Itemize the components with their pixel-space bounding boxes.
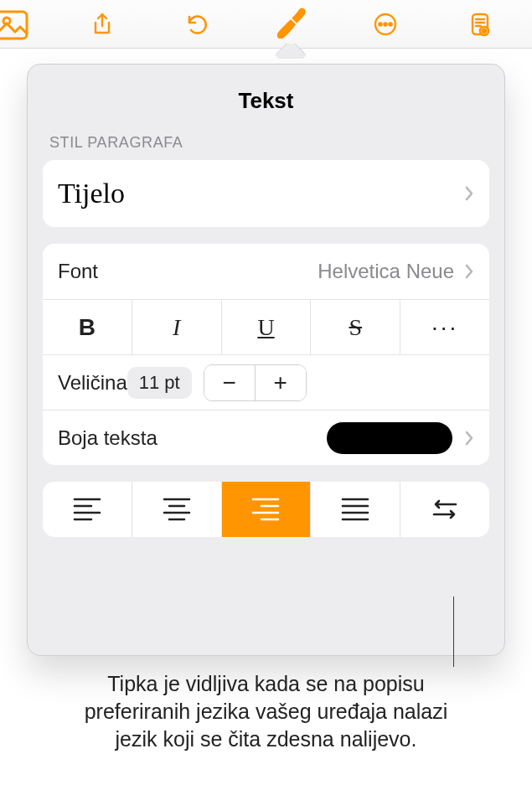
size-row: Veličina 11 pt − + [43, 354, 489, 410]
format-brush-icon[interactable] [272, 6, 309, 43]
font-card: Font Helvetica Neue B I U S ··· Veličina… [43, 244, 489, 465]
font-label: Font [58, 260, 98, 283]
paragraph-style-row[interactable]: Tijelo [43, 160, 489, 227]
align-center-button[interactable] [132, 482, 222, 537]
more-styles-button[interactable]: ··· [400, 300, 489, 354]
style-button-row: B I U S ··· [43, 299, 489, 354]
text-direction-button[interactable] [400, 482, 489, 537]
size-increase-button[interactable]: + [256, 365, 306, 400]
font-value: Helvetica Neue [318, 260, 454, 283]
chevron-right-icon [464, 185, 474, 202]
photos-icon[interactable] [0, 5, 35, 44]
more-circle-icon[interactable] [367, 6, 404, 43]
svg-point-4 [384, 23, 386, 25]
align-left-button[interactable] [43, 482, 132, 537]
share-icon[interactable] [84, 6, 121, 43]
panel-title: Tekst [28, 65, 504, 134]
align-justify-button[interactable] [311, 482, 400, 537]
document-view-icon[interactable] [462, 6, 498, 43]
svg-point-3 [379, 23, 381, 25]
svg-point-9 [483, 29, 486, 33]
strikethrough-button[interactable]: S [311, 300, 400, 354]
chevron-right-icon [464, 263, 474, 280]
chevron-right-icon [464, 430, 474, 447]
paragraph-style-label: STIL PARAGRAFA [49, 134, 483, 152]
bold-button[interactable]: B [43, 300, 132, 354]
align-right-button[interactable] [222, 482, 312, 537]
caption-area: Tipka je vidljiva kada se na popisu pref… [0, 670, 532, 753]
undo-icon[interactable] [178, 6, 215, 43]
text-color-label: Boja teksta [58, 426, 158, 450]
text-color-row[interactable]: Boja teksta [43, 410, 489, 465]
size-value[interactable]: 11 pt [127, 367, 192, 399]
size-decrease-button[interactable]: − [204, 365, 255, 400]
alignment-row [43, 482, 489, 537]
caption-text: Tipka je vidljiva kada se na popisu pref… [82, 670, 451, 753]
svg-point-5 [389, 23, 391, 25]
size-label: Veličina [58, 371, 127, 395]
format-panel: Tekst STIL PARAGRAFA Tijelo Font Helveti… [27, 64, 505, 656]
paragraph-style-card: Tijelo [43, 160, 489, 227]
size-stepper: − + [204, 364, 307, 401]
font-row[interactable]: Font Helvetica Neue [43, 244, 489, 299]
alignment-card [43, 482, 489, 537]
paragraph-style-name: Tijelo [58, 178, 464, 209]
text-color-swatch[interactable] [327, 422, 452, 454]
leader-line [453, 596, 454, 667]
italic-button[interactable]: I [132, 300, 222, 354]
top-toolbar [0, 0, 532, 49]
underline-button[interactable]: U [222, 300, 312, 354]
